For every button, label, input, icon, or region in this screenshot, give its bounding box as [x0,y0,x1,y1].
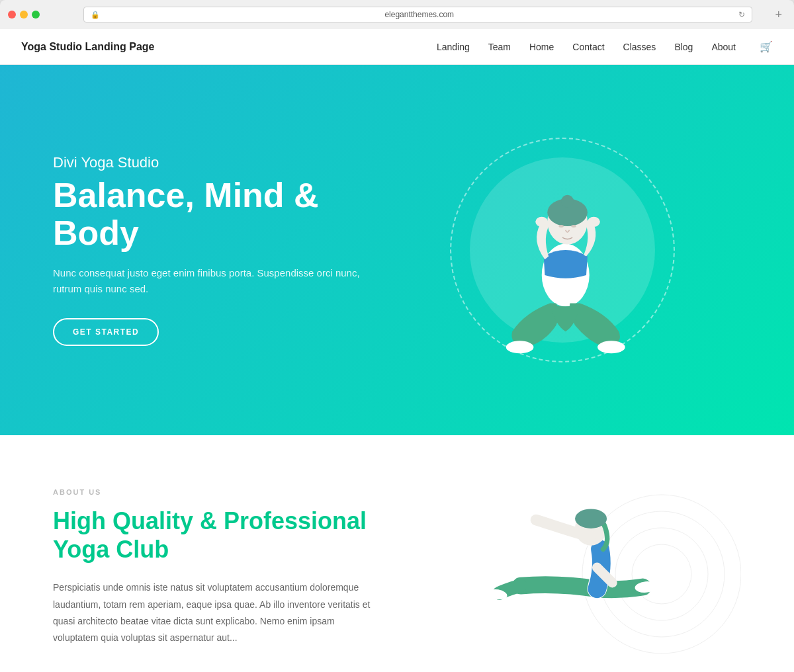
about-illustration [410,488,741,647]
nav-link-team[interactable]: Team [488,42,511,52]
website-container: Yoga Studio Landing Page Landing Team Ho… [0,29,794,672]
hero-description: Nunc consequat justo eget enim finibus p… [53,265,384,297]
hero-title: Balance, Mind & Body [53,177,384,252]
nav-link-home[interactable]: Home [529,42,554,52]
navigation: Yoga Studio Landing Page Landing Team Ho… [0,29,794,65]
minimize-button[interactable] [20,11,28,19]
about-section: ABOUT US High Quality & Professional Yog… [0,435,794,672]
svg-point-6 [506,341,534,353]
about-text: Perspiciatis unde omnis iste natus sit v… [53,579,371,646]
svg-point-3 [561,195,574,208]
nav-links: Landing Team Home Contact Classes Blog A… [437,40,773,53]
close-button[interactable] [8,11,16,19]
maximize-button[interactable] [32,11,40,19]
address-text: elegantthemes.com [104,10,734,19]
yoga-figure-seated [466,131,658,369]
hero-illustration [384,111,741,389]
nav-link-about[interactable]: About [711,42,736,52]
about-label: ABOUT US [53,488,371,496]
refresh-icon[interactable]: ↻ [738,10,745,19]
lock-icon: 🔒 [91,11,100,19]
hero-content: Divi Yoga Studio Balance, Mind & Body Nu… [53,154,384,346]
browser-titlebar: 🔒 elegantthemes.com ↻ + [0,7,794,29]
svg-point-10 [571,225,576,228]
nav-link-blog[interactable]: Blog [674,42,693,52]
cart-icon[interactable]: 🛒 [760,40,773,53]
address-bar[interactable]: 🔒 elegantthemes.com ↻ [83,7,752,22]
svg-point-16 [575,509,607,528]
get-started-button[interactable]: GET STARTED [53,318,159,346]
svg-point-7 [597,341,625,353]
svg-point-9 [558,225,564,228]
svg-point-8 [552,285,580,303]
new-tab-button[interactable]: + [771,8,786,22]
svg-point-5 [588,217,600,227]
traffic-lights [8,11,40,19]
site-logo: Yoga Studio Landing Page [21,41,437,53]
hero-section: Divi Yoga Studio Balance, Mind & Body Nu… [0,65,794,435]
yoga-figure-stretch [476,488,675,647]
nav-link-landing[interactable]: Landing [437,42,470,52]
nav-link-contact[interactable]: Contact [572,42,604,52]
nav-link-classes[interactable]: Classes [623,42,656,52]
svg-point-4 [535,217,548,227]
hero-subtitle: Divi Yoga Studio [53,154,384,171]
about-content: ABOUT US High Quality & Professional Yog… [53,488,371,646]
about-title: High Quality & Professional Yoga Club [53,507,371,564]
